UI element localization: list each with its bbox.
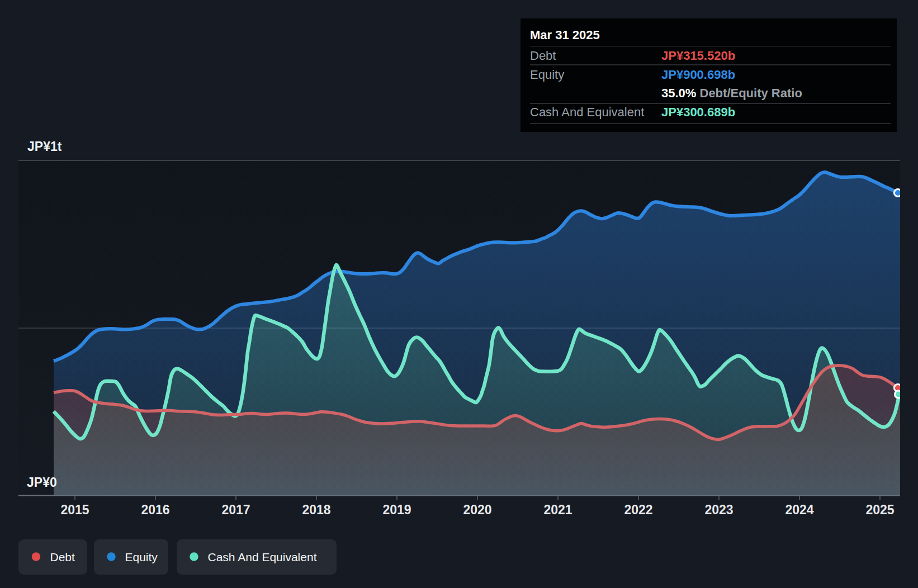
svg-text:2022: 2022 (624, 502, 652, 517)
svg-text:2020: 2020 (463, 502, 491, 517)
svg-text:Equity: Equity (530, 68, 564, 82)
svg-text:35.0% Debt/Equity Ratio: 35.0% Debt/Equity Ratio (661, 86, 802, 100)
svg-text:Cash And Equivalent: Cash And Equivalent (530, 105, 644, 119)
svg-text:Equity: Equity (125, 551, 158, 563)
svg-text:Debt: Debt (530, 49, 556, 63)
svg-text:2017: 2017 (221, 502, 250, 517)
svg-text:2024: 2024 (785, 502, 813, 517)
svg-text:JP¥1t: JP¥1t (27, 139, 62, 154)
svg-text:2019: 2019 (382, 502, 411, 517)
svg-text:2018: 2018 (302, 502, 330, 517)
svg-text:Mar 31 2025: Mar 31 2025 (530, 28, 600, 42)
svg-text:JP¥300.689b: JP¥300.689b (661, 105, 735, 119)
svg-text:JP¥900.698b: JP¥900.698b (661, 68, 735, 82)
svg-text:2023: 2023 (704, 502, 733, 517)
svg-text:JP¥0: JP¥0 (27, 475, 57, 490)
svg-text:JP¥315.520b: JP¥315.520b (661, 49, 735, 63)
svg-text:2021: 2021 (543, 502, 572, 517)
svg-text:Debt: Debt (50, 551, 75, 563)
svg-text:2025: 2025 (865, 502, 894, 517)
svg-text:Cash And Equivalent: Cash And Equivalent (208, 551, 317, 563)
svg-text:2015: 2015 (60, 502, 89, 517)
svg-text:2016: 2016 (141, 502, 169, 517)
